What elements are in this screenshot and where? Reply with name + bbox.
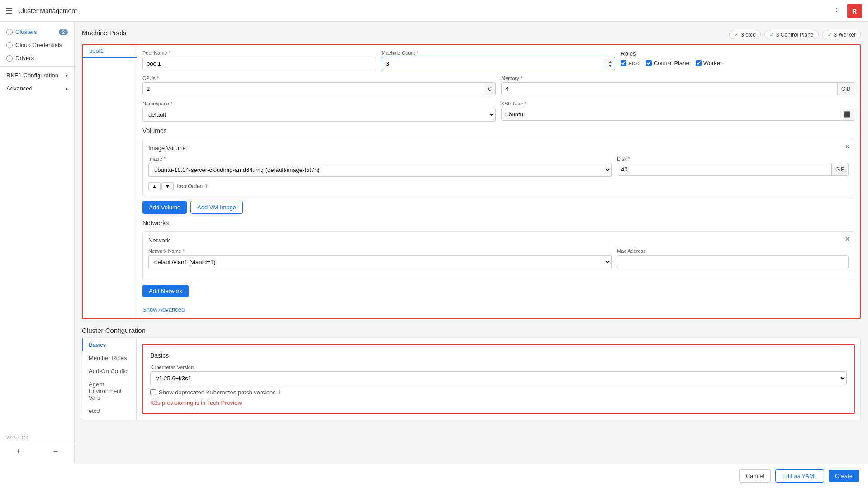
role-control-plane-check[interactable]: Control Plane [646,60,689,66]
ssh-user-field: SSH User * ⬛ [501,101,854,121]
mac-address-field: Mac Address [617,248,849,268]
pools-layout: pool1 Pool Name * [83,45,860,318]
etcd-checkbox[interactable] [621,60,626,66]
sidebar-item-clusters[interactable]: Clusters 2 [0,25,74,38]
sidebar-item-rke1[interactable]: RKE1 Configuration ▾ [0,69,74,82]
status-badge-etcd: ✓ 3 etcd [729,30,761,39]
config-item-agent-env-vars[interactable]: Agent Environment Vars [82,378,136,404]
cluster-config-content: Basics Kubernetes Version v1.25.6+k3s1 S… [137,338,860,420]
machine-count-increment[interactable]: ▲ [605,59,615,64]
rancher-logo: R [846,3,863,19]
cpus-label: CPUs * [142,76,496,81]
show-deprecated-label: Show deprecated Kubernetes patch version… [159,389,276,396]
more-options-icon[interactable]: ⋮ [833,6,841,16]
pool-row-2: CPUs * C Memory * [142,76,854,95]
boot-order-up-button[interactable]: ▲ [148,182,161,190]
worker-badge-label: 3 Worker [834,32,856,38]
pool-name-input[interactable] [142,57,376,70]
networks-title: Networks [142,219,854,227]
machine-count-decrement[interactable]: ▼ [605,64,615,68]
worker-checkbox[interactable] [696,60,702,66]
cluster-config-section: Cluster Configuration Basics Member Role… [82,327,861,420]
sidebar-clusters-label: Clusters [15,28,37,35]
sidebar: Clusters 2 Cloud Credentials Drivers RKE… [0,22,75,464]
volumes-title: Volumes [142,127,854,134]
show-deprecated-row: Show deprecated Kubernetes patch version… [150,389,847,396]
cpus-input[interactable] [143,83,484,95]
config-item-member-roles[interactable]: Member Roles [82,351,136,365]
network-name-select[interactable]: default/vlan1 (vlanId=1) [148,255,612,269]
machine-count-label: Machine Count * [382,50,616,56]
create-button[interactable]: Create [829,470,859,482]
role-etcd-check[interactable]: etcd [621,60,640,66]
pool-sidebar: pool1 [83,45,137,318]
add-network-button[interactable]: Add Network [142,285,189,297]
add-vm-image-button[interactable]: Add VM Image [190,201,243,214]
page-title: Cluster Management [18,7,77,14]
memory-input[interactable] [502,83,837,95]
volume-action-buttons: Add Volume Add VM Image [142,201,854,214]
cpus-suffix: C [484,83,495,95]
disk-input-wrapper: GiB [617,163,849,176]
control-plane-checkbox[interactable] [646,60,652,66]
menu-icon[interactable]: ☰ [5,6,13,16]
image-volume-title: Image Volume [148,145,849,152]
boot-order-down-button[interactable]: ▼ [161,182,174,190]
disk-suffix: GiB [831,164,848,175]
role-worker-check[interactable]: Worker [696,60,722,66]
machine-count-input[interactable] [382,57,605,70]
cloud-credentials-icon [6,42,13,48]
network-close-button[interactable]: × [845,235,849,243]
image-select[interactable]: ubuntu-18.04-server-cloudimg-amd64.img (… [148,163,612,177]
pool-tab-pool1[interactable]: pool1 [83,45,137,58]
mac-address-input[interactable] [617,255,849,268]
config-item-basics[interactable]: Basics [82,338,136,351]
cluster-config-sidebar: Basics Member Roles Add-On Config Agent … [82,338,137,420]
ssh-user-input[interactable] [502,108,840,120]
config-item-addon-config[interactable]: Add-On Config [82,365,136,378]
boot-order-row: ▲ ▼ bootOrder: 1 [148,182,849,190]
network-name-field: Network Name * default/vlan1 (vlanId=1) [148,248,612,269]
cluster-config-card: Basics Member Roles Add-On Config Agent … [82,338,861,420]
image-volume-box: Image Volume × Image * ubuntu-18.04-serv… [142,139,854,196]
rke1-chevron-icon: ▾ [66,73,68,78]
machine-count-field: Machine Count * ▲ ▼ [382,50,616,70]
disk-label: Disk * [617,156,849,161]
etcd-check-icon: ✓ [734,31,739,38]
sidebar-item-drivers[interactable]: Drivers [0,52,74,65]
sidebar-item-advanced[interactable]: Advanced ▾ [0,82,74,95]
sidebar-drivers-label: Drivers [15,55,34,62]
machine-count-spinner-btns: ▲ ▼ [605,59,615,68]
disk-input[interactable] [617,163,831,175]
sidebar-rke1-label: RKE1 Configuration [6,72,58,79]
basics-title: Basics [150,352,847,359]
ssh-user-input-wrapper: ⬛ [501,108,854,121]
remove-pool-button[interactable]: − [37,443,74,460]
show-deprecated-checkbox[interactable] [150,389,156,395]
network-box: Network × Network Name * default/vlan1 (… [142,231,854,280]
image-volume-close-button[interactable]: × [845,143,849,151]
main-content: Machine Pools ✓ 3 etcd ✓ 3 Control Plane… [75,22,868,464]
cancel-button[interactable]: Cancel [739,469,771,483]
network-name-label: Network Name * [148,248,612,254]
clusters-badge: 2 [59,29,68,35]
namespace-select[interactable]: default [142,108,496,122]
sidebar-bottom-actions: + − [0,443,74,460]
network-row: Network Name * default/vlan1 (vlanId=1) … [148,248,849,269]
edit-yaml-button[interactable]: Edit as YAML [775,469,824,483]
roles-section: Roles etcd Control Plane [621,50,854,66]
etcd-badge-label: 3 etcd [741,32,756,38]
add-pool-button[interactable]: + [0,443,37,460]
show-advanced-link[interactable]: Show Advanced [142,306,185,313]
cluster-config-title: Cluster Configuration [82,327,861,334]
machine-count-spinner: ▲ ▼ [382,57,616,70]
boot-order-label: bootOrder: 1 [177,183,208,190]
drivers-icon [6,55,13,62]
sidebar-item-cloud-credentials[interactable]: Cloud Credentials [0,38,74,52]
namespace-field: Namespace * default [142,101,496,122]
svg-text:R: R [852,8,857,15]
config-item-etcd[interactable]: etcd [82,404,136,417]
k8s-version-select[interactable]: v1.25.6+k3s1 [150,371,847,385]
network-title: Network [148,237,849,244]
add-volume-button[interactable]: Add Volume [142,201,187,214]
